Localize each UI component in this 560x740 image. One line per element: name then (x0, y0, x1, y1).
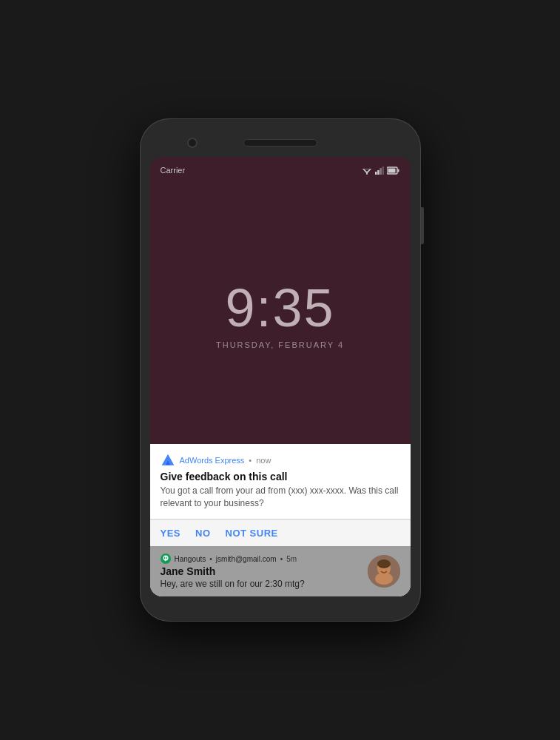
hangouts-message: Hey, are we still on for our 2:30 mtg? (161, 579, 360, 589)
svg-rect-4 (377, 170, 379, 175)
clock-time: 9:35 (161, 281, 400, 334)
time-display: 9:35 THURSDAY, FEBRUARY 4 (161, 195, 400, 435)
svg-point-19 (377, 559, 391, 568)
svg-rect-9 (397, 169, 399, 172)
hangouts-header: Hangouts • jsmith@gmail.com • 5m (161, 554, 360, 564)
camera-icon (187, 138, 198, 148)
adwords-notification-body: You got a call from your ad from (xxx) x… (161, 485, 400, 510)
hangouts-sender: Jane Smith (161, 565, 360, 577)
clock-date: THURSDAY, FEBRUARY 4 (161, 340, 400, 349)
svg-marker-15 (164, 560, 166, 562)
hangouts-email: jsmith@gmail.com (216, 555, 277, 563)
volume-button (421, 207, 424, 244)
adwords-time: now (256, 456, 271, 465)
carrier-label: Carrier (161, 166, 186, 175)
notification-header: AdWords Express • now (161, 453, 400, 468)
status-icons (362, 166, 400, 175)
no-button[interactable]: NO (195, 528, 211, 539)
status-bar: Carrier (161, 166, 400, 175)
notifications-area: AdWords Express • now Give feedback on t… (150, 444, 411, 596)
phone-bezel-top (150, 132, 411, 154)
avatar (368, 555, 400, 588)
hangouts-time: 5m (286, 555, 297, 563)
signal-icon (375, 166, 384, 175)
not-sure-button[interactable]: NOT SURE (226, 528, 278, 539)
svg-point-2 (366, 173, 368, 175)
notification-hangouts: Hangouts • jsmith@gmail.com • 5m Jane Sm… (150, 546, 411, 596)
battery-icon (387, 166, 400, 175)
adwords-app-name: AdWords Express (180, 456, 245, 465)
svg-point-12 (163, 556, 168, 561)
adwords-notification-title: Give feedback on this call (161, 471, 400, 482)
svg-rect-8 (388, 168, 395, 172)
adwords-notification-time: • (249, 456, 252, 465)
lockscreen: Carrier (150, 157, 411, 444)
speaker (243, 139, 317, 147)
notification-adwords: AdWords Express • now Give feedback on t… (150, 444, 411, 519)
svg-rect-3 (375, 172, 377, 175)
svg-rect-14 (166, 557, 166, 559)
hangouts-content: Hangouts • jsmith@gmail.com • 5m Jane Sm… (161, 554, 360, 589)
yes-button[interactable]: YES (161, 528, 181, 539)
wifi-icon (362, 166, 372, 175)
phone-device: Carrier (140, 118, 421, 622)
phone-screen: Carrier (150, 157, 411, 596)
adwords-logo-icon (161, 453, 175, 468)
svg-rect-6 (382, 166, 383, 175)
hangouts-icon (161, 554, 171, 564)
svg-rect-13 (164, 557, 165, 559)
hangouts-app-name: Hangouts (175, 555, 206, 563)
svg-rect-5 (379, 168, 382, 175)
notification-actions: YES NO NOT SURE (150, 519, 411, 546)
